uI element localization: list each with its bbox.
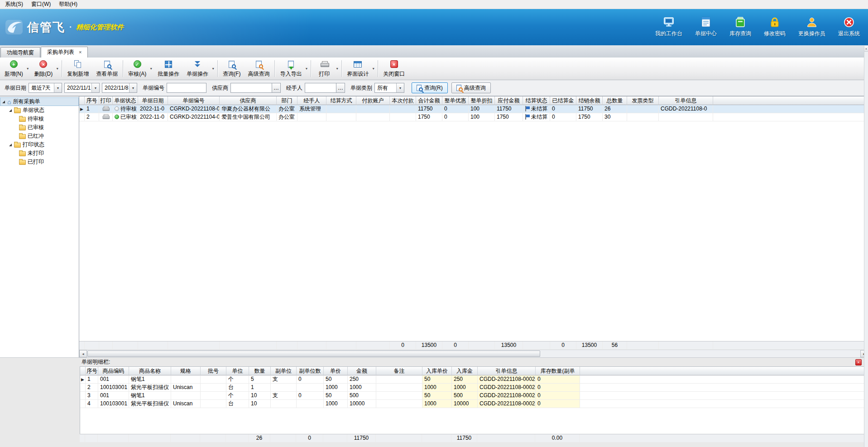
col-subqty[interactable]: 副单位数 xyxy=(297,367,324,375)
tree-node-pending-audit[interactable]: 待审核 xyxy=(0,115,79,123)
col-batch[interactable]: 批号 xyxy=(201,367,226,375)
col-balance[interactable]: 结销余额 xyxy=(576,96,603,105)
quick-action-workbench[interactable]: 我的工作台 xyxy=(655,17,682,38)
detail-row[interactable]: ▶ 1 001 钢笔1 个 5 支 0 50 250 50 xyxy=(80,375,868,384)
menu-system[interactable]: 系统(S) xyxy=(1,0,27,9)
toolbar-advanced-query-button[interactable]: 高级查询 xyxy=(244,58,273,79)
tab-function-nav[interactable]: 功能导航窗 xyxy=(0,47,40,58)
quick-action-exit-system[interactable]: 退出系统 xyxy=(838,17,860,38)
expand-icon[interactable] xyxy=(2,101,5,103)
col-in-amount[interactable]: 入库金 xyxy=(452,367,478,375)
query-button[interactable]: 查询(R) xyxy=(412,82,448,93)
dropdown-arrow-icon[interactable]: ▼ xyxy=(211,67,215,70)
toolbar-ui-design-button[interactable]: 界面设计 ▼ xyxy=(343,58,376,79)
col-dept[interactable]: 部门 xyxy=(277,96,297,105)
expand-icon[interactable] xyxy=(9,144,12,146)
col-note[interactable]: 备注 xyxy=(376,367,422,375)
tree-node-doc-status[interactable]: 单据状态 xyxy=(0,106,79,115)
tree-node-reversed[interactable]: 已红冲 xyxy=(0,132,79,140)
tab-purchase-order-list[interactable]: 采购单列表 × xyxy=(41,47,88,58)
col-unit[interactable]: 单位 xyxy=(226,367,249,375)
date-from-select[interactable]: 2022/11/1 ▼ xyxy=(64,83,100,93)
menu-window[interactable]: 窗口(W) xyxy=(27,0,55,9)
col-settle-method[interactable]: 结算方式 xyxy=(326,96,356,105)
toolbar-doc-ops-button[interactable]: 单据操作 ▼ xyxy=(183,58,216,79)
col-in-price[interactable]: 入库单价 xyxy=(422,367,452,375)
col-discount-rate[interactable]: 整单折扣 xyxy=(469,96,495,105)
col-ref-info[interactable]: 引单信息 xyxy=(659,96,713,105)
date-range-select[interactable]: 最近7天 ▼ xyxy=(29,83,62,93)
table-row[interactable]: ▶ 1 待审核 2022-11-0 CGRKD-20221108-0 华夏办公器… xyxy=(79,105,868,113)
scrollbar-thumb[interactable] xyxy=(87,351,540,357)
detail-row[interactable]: 4 100103001 紫光平板扫描仪 Uniscan 台 10 1000 10… xyxy=(80,400,868,408)
doc-type-select[interactable]: 所有 ▼ xyxy=(374,83,404,93)
toolbar-close-window-button[interactable]: ×关闭窗口 xyxy=(379,58,408,79)
col-ref-info[interactable]: 引单信息 xyxy=(478,367,536,375)
detail-row[interactable]: 3 001 钢笔1 个 10 支 0 50 500 50 500 xyxy=(80,392,868,400)
col-qty[interactable]: 数量 xyxy=(249,367,271,375)
col-total-qty[interactable]: 总数量 xyxy=(603,96,627,105)
handler-picker-button[interactable]: … xyxy=(336,83,345,93)
quick-action-switch-operator[interactable]: 更换操作员 xyxy=(798,17,825,38)
expand-icon[interactable] xyxy=(9,109,12,112)
vertical-scrollbar[interactable]: ▲ xyxy=(864,46,868,447)
dropdown-arrow-icon[interactable]: ▼ xyxy=(149,67,153,70)
toolbar-batch-ops-button[interactable]: 批量操作 xyxy=(154,58,183,79)
toolbar-copy-new-button[interactable]: 复制新增 xyxy=(63,58,92,79)
horizontal-scrollbar[interactable]: ◄ ► xyxy=(79,350,868,357)
col-amount[interactable]: 金额 xyxy=(348,367,376,375)
tree-node-printed[interactable]: 已打印 xyxy=(0,158,79,166)
col-stock-qty[interactable]: 库存数量(副单 xyxy=(536,367,580,375)
handler-input[interactable] xyxy=(305,83,336,93)
tree-node-audited[interactable]: 已审核 xyxy=(0,123,79,132)
menu-help[interactable]: 帮助(H) xyxy=(55,0,82,9)
supplier-input[interactable] xyxy=(230,83,272,93)
docno-input[interactable] xyxy=(167,83,206,93)
col-payable[interactable]: 应付金额 xyxy=(495,96,523,105)
quick-action-inventory-query[interactable]: 库存查询 xyxy=(729,17,751,38)
table-row[interactable]: 2 已审核 2022-11-0 CGRKD-20221104-0 爱普生中国有限… xyxy=(79,113,868,121)
toolbar-print-button[interactable]: 打印 ▼ xyxy=(312,58,340,79)
col-handler[interactable]: 经手人 xyxy=(297,96,326,105)
toolbar-new-button[interactable]: +新增(N) ▼ xyxy=(1,58,31,79)
dropdown-arrow-icon[interactable]: ▼ xyxy=(26,67,29,70)
scroll-up-icon[interactable]: ▲ xyxy=(864,46,868,52)
date-to-select[interactable]: 2022/11/8 ▼ xyxy=(102,83,137,93)
detail-row[interactable]: 2 100103001 紫光平板扫描仪 Uniscan 台 1 1000 100… xyxy=(80,384,868,392)
col-supplier[interactable]: 供应商 xyxy=(220,96,277,105)
toolbar-audit-button[interactable]: ✓审核(A) ▼ xyxy=(125,58,154,79)
col-pay-account[interactable]: 付款账户 xyxy=(356,96,390,105)
col-doc-status[interactable]: 单据状态 xyxy=(113,96,138,105)
advanced-query-button[interactable]: 高级查询 xyxy=(451,82,491,93)
tree-node-print-status[interactable]: 打印状态 xyxy=(0,140,79,149)
col-spec[interactable]: 规格 xyxy=(171,367,201,375)
col-product-code[interactable]: 商品编码 xyxy=(98,367,129,375)
tree-root-all-purchase-orders[interactable]: ⌂ 所有采购单 xyxy=(0,97,79,106)
col-seq[interactable]: 序号 xyxy=(85,96,99,105)
supplier-picker-button[interactable]: … xyxy=(272,83,281,93)
quick-action-change-password[interactable]: 修改密码 xyxy=(764,17,786,38)
dropdown-arrow-icon[interactable]: ▼ xyxy=(372,67,375,70)
toolbar-view-doc-button[interactable]: 查看单据 xyxy=(92,58,121,79)
col-settle-status[interactable]: 结算状态 xyxy=(523,96,550,105)
toolbar-delete-button[interactable]: ×删除(D) ▼ xyxy=(31,58,61,79)
quick-action-document-center[interactable]: 单据中心 xyxy=(695,17,717,38)
col-invoice-type[interactable]: 发票类型 xyxy=(627,96,659,105)
col-seq[interactable]: 序号 xyxy=(86,367,98,375)
col-discount[interactable]: 整单优惠 xyxy=(442,96,469,105)
scroll-left-icon[interactable]: ◄ xyxy=(79,350,87,357)
toolbar-query-button[interactable]: 查询(F) xyxy=(219,58,244,79)
col-print[interactable]: 打印 xyxy=(99,96,113,105)
col-doc-no[interactable]: 单据编号 xyxy=(168,96,220,105)
col-settled[interactable]: 已结算金 xyxy=(550,96,576,105)
toolbar-import-export-button[interactable]: 导入导出 ▼ xyxy=(276,58,309,79)
col-product-name[interactable]: 商品名称 xyxy=(129,367,171,375)
dropdown-arrow-icon[interactable]: ▼ xyxy=(305,67,308,70)
col-doc-date[interactable]: 单据日期 xyxy=(138,96,168,105)
dropdown-arrow-icon[interactable]: ▼ xyxy=(56,67,59,70)
dropdown-arrow-icon[interactable]: ▼ xyxy=(336,67,339,70)
close-tab-icon[interactable]: × xyxy=(79,50,82,55)
col-subunit[interactable]: 副单位 xyxy=(271,367,297,375)
tree-node-not-printed[interactable]: 未打印 xyxy=(0,149,79,158)
col-total[interactable]: 合计金额 xyxy=(416,96,442,105)
